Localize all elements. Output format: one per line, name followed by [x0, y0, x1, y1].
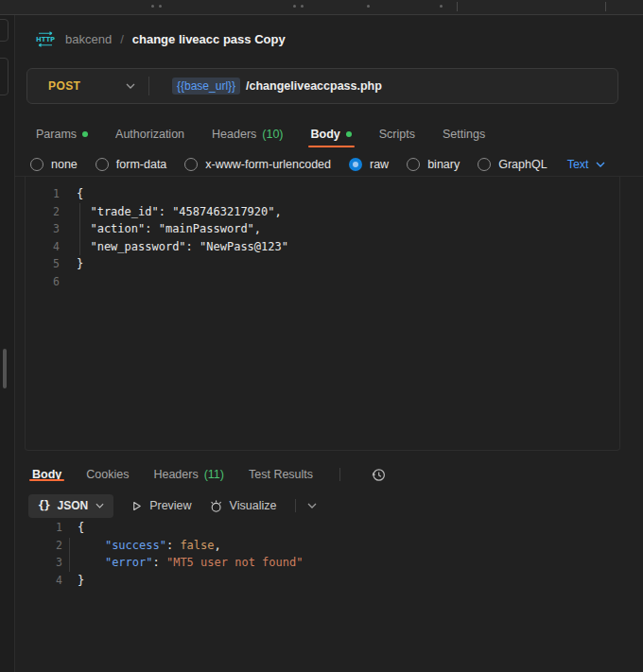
chevron-down-icon	[596, 162, 605, 167]
radio-form-data[interactable]: form-data	[96, 158, 167, 171]
tab-label: Body	[311, 128, 340, 141]
tab-scripts[interactable]: Scripts	[379, 120, 415, 147]
tab-label: Headers	[153, 468, 198, 481]
tab-body[interactable]: Body	[311, 120, 352, 147]
code-text: "trade_id": "4587463217920",	[77, 203, 282, 221]
request-body-editor[interactable]: 1{2 "trade_id": "4587463217920",3 "actio…	[25, 177, 620, 451]
play-icon	[130, 500, 143, 512]
radio-circle	[96, 158, 109, 171]
green-status-dot	[346, 131, 352, 137]
code-token	[78, 539, 105, 552]
response-body-code: 1{2 "success": false,3 "error": "MT5 use…	[25, 519, 620, 589]
radio-binary[interactable]: binary	[407, 158, 460, 171]
response-body-viewer[interactable]: 1{2 "success": false,3 "error": "MT5 use…	[25, 519, 620, 672]
radio-x-www-form-urlencoded[interactable]: x-www-form-urlencoded	[184, 158, 331, 171]
http-icon-label: HTTP	[36, 36, 55, 43]
body-type-radio-group: noneform-datax-www-form-urlencodedrawbin…	[30, 158, 547, 171]
workspace-tabbar	[0, 0, 643, 15]
sidebar-ghost-button	[0, 19, 9, 42]
code-line: 2 "success": false,	[25, 537, 620, 555]
response-toolbar: {} JSON Preview Visualize	[15, 493, 643, 518]
code-text: {	[78, 519, 84, 537]
code-token	[78, 556, 105, 569]
tab-body[interactable]: Body	[32, 468, 61, 481]
line-number: 4	[26, 238, 60, 256]
line-number: 1	[26, 185, 60, 203]
code-line: 6	[26, 273, 619, 291]
breadcrumb-separator: /	[120, 32, 124, 46]
preview-button[interactable]: Preview	[130, 499, 191, 512]
code-token: {	[78, 521, 84, 534]
code-token: "success"	[105, 539, 166, 552]
response-tabs-row: BodyCookiesHeaders(11)Test Results	[15, 461, 643, 488]
radio-label: binary	[427, 158, 460, 171]
method-label: POST	[48, 79, 80, 93]
chevron-down-icon	[96, 503, 104, 508]
line-number: 5	[26, 255, 60, 273]
tab-separator	[605, 2, 606, 11]
breadcrumb-request-name[interactable]: change liveacc pass Copy	[132, 32, 286, 46]
code-line: 5}	[26, 255, 619, 273]
tab-label: Authorization	[115, 128, 184, 141]
code-text: "success": false,	[78, 537, 221, 555]
line-number: 4	[25, 572, 62, 590]
request-body-code: 1{2 "trade_id": "4587463217920",3 "actio…	[26, 185, 619, 290]
tab-settings[interactable]: Settings	[443, 120, 485, 147]
radio-label: GraphQL	[498, 158, 547, 171]
code-token: "error"	[105, 556, 153, 569]
radio-circle	[184, 158, 198, 171]
tab-test-results[interactable]: Test Results	[249, 468, 313, 481]
line-number: 1	[25, 519, 62, 537]
tab-label: Settings	[443, 128, 485, 141]
green-status-dot	[82, 131, 88, 137]
tab-headers[interactable]: Headers(11)	[153, 468, 224, 481]
tab-authorization[interactable]: Authorization	[115, 120, 184, 147]
tab-cookies[interactable]: Cookies	[86, 468, 129, 481]
chevron-down-icon	[307, 503, 317, 508]
line-number: 6	[26, 273, 60, 291]
radio-label: none	[51, 158, 78, 171]
radio-none[interactable]: none	[30, 158, 78, 171]
url-input[interactable]: {{base_url}} /changeliveaccpass.php	[149, 78, 382, 95]
radio-label: raw	[370, 158, 389, 171]
visualize-magic-icon	[209, 499, 223, 513]
tab-headers[interactable]: Headers(10)	[212, 120, 283, 147]
chevron-down-icon	[126, 83, 135, 89]
code-text: }	[78, 572, 84, 590]
code-line: 1{	[25, 519, 620, 537]
tab-ellipsis-dot	[301, 5, 304, 8]
sidebar-ghost-button	[0, 58, 9, 95]
code-line: 3 "action": "mainPassword",	[26, 220, 619, 238]
line-number: 2	[26, 203, 60, 221]
active-tab-indicator	[29, 479, 64, 481]
response-tabs: BodyCookiesHeaders(11)Test Results	[32, 461, 313, 488]
http-request-icon: HTTP	[34, 31, 57, 47]
tab-label: Test Results	[249, 468, 313, 481]
radio-circle	[478, 158, 491, 171]
response-history-button[interactable]	[371, 467, 387, 483]
code-token: "action": "mainPassword",	[77, 222, 261, 235]
scrollbar-thumb[interactable]	[3, 349, 7, 388]
code-text: "error": "MT5 user not found"	[78, 554, 303, 572]
response-actions-dropdown[interactable]	[307, 503, 317, 508]
base-url-variable-chip[interactable]: {{base_url}}	[172, 78, 240, 95]
response-format-dropdown[interactable]: {} JSON	[28, 494, 113, 518]
tab-params[interactable]: Params	[36, 120, 88, 147]
raw-language-selector[interactable]: Text	[567, 158, 605, 171]
url-path: /changeliveaccpass.php	[246, 79, 382, 93]
code-line: 4}	[25, 572, 620, 590]
code-token: ,	[215, 539, 221, 552]
code-text: "action": "mainPassword",	[77, 220, 261, 238]
code-token: }	[78, 574, 84, 587]
request-panel: HTTP bakcend / change liveacc pass Copy …	[15, 14, 643, 672]
radio-graphql[interactable]: GraphQL	[478, 158, 547, 171]
code-token: }	[77, 257, 83, 270]
code-line: 3 "error": "MT5 user not found"	[25, 554, 620, 572]
radio-raw[interactable]: raw	[349, 158, 389, 171]
breadcrumb-collection[interactable]: bakcend	[65, 32, 112, 46]
breadcrumb: HTTP bakcend / change liveacc pass Copy	[34, 28, 286, 49]
left-sidebar-rail	[0, 15, 15, 672]
radio-circle	[30, 158, 43, 171]
method-selector[interactable]: POST	[27, 79, 148, 93]
visualize-button[interactable]: Visualize	[209, 499, 277, 513]
